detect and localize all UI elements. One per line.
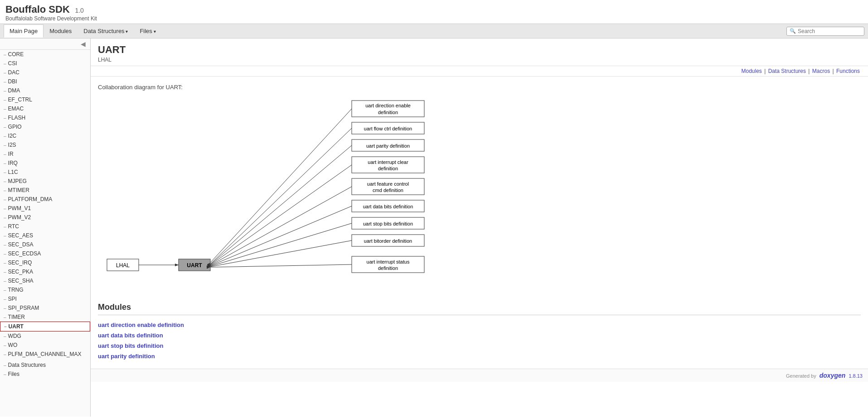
sidebar-arrow: – <box>4 334 6 339</box>
svg-text:cmd definition: cmd definition <box>373 187 403 193</box>
sidebar-item-gpio[interactable]: –GPIO <box>0 122 90 131</box>
uart-node-label: UART <box>187 262 202 269</box>
sidebar-arrow: – <box>4 260 6 265</box>
module-link-parity[interactable]: uart parity definition <box>98 353 155 360</box>
sidebar-item-dma[interactable]: –DMA <box>0 86 90 95</box>
sidebar-arrow: – <box>4 206 6 211</box>
sidebar-arrow: – <box>4 215 6 220</box>
sidebar-arrow: – <box>4 224 6 229</box>
sidebar-item-mjpeg[interactable]: –MJPEG <box>0 177 90 186</box>
sidebar-arrow: – <box>4 251 6 256</box>
svg-text:uart direction enable: uart direction enable <box>365 103 411 108</box>
sidebar-arrow: – <box>4 269 6 274</box>
sidebar-item-pwm-v1[interactable]: –PWM_V1 <box>0 204 90 213</box>
sidebar-item-dac[interactable]: –DAC <box>0 68 90 77</box>
quick-link-macros[interactable]: Macros <box>812 68 830 74</box>
nav-modules[interactable]: Modules <box>44 24 78 38</box>
page-title: UART <box>98 44 861 56</box>
quick-link-modules[interactable]: Modules <box>742 68 762 74</box>
sidebar-item-files[interactable]: –Files <box>0 370 90 379</box>
module-link-stop-bits[interactable]: uart stop bits definition <box>98 342 163 349</box>
sidebar-item-spi[interactable]: –SPI <box>0 294 90 303</box>
sidebar-item-dbi[interactable]: –DBI <box>0 77 90 86</box>
svg-line-14 <box>210 145 352 264</box>
sidebar-item-ir[interactable]: –IR <box>0 149 90 159</box>
sidebar-arrow: – <box>4 161 6 166</box>
sidebar-item-irq[interactable]: –IRQ <box>0 159 90 168</box>
content-header: UART LHAL <box>91 38 868 66</box>
svg-text:uart flow ctrl definition: uart flow ctrl definition <box>364 126 412 131</box>
sidebar-item-i2c[interactable]: –I2C <box>0 131 90 140</box>
sidebar-item-sec-irq[interactable]: –SEC_IRQ <box>0 258 90 267</box>
svg-line-8 <box>210 109 352 263</box>
sidebar-item-rtc[interactable]: –RTC <box>0 222 90 231</box>
sidebar-item-sec-ecdsa[interactable]: –SEC_ECDSA <box>0 249 90 258</box>
sidebar-item-flash[interactable]: –FLASH <box>0 113 90 122</box>
sidebar-item-trng[interactable]: –TRNG <box>0 285 90 294</box>
sidebar-item-pwm-v2[interactable]: –PWM_V2 <box>0 213 90 222</box>
sidebar-item-ef-ctrl[interactable]: –EF_CTRL <box>0 95 90 104</box>
sidebar-arrow: – <box>4 197 6 202</box>
module-item: uart data bits definition <box>98 330 861 341</box>
diagram-title: Collaboration diagram for UART: <box>98 84 861 91</box>
svg-line-28 <box>210 223 352 266</box>
sidebar-arrow: – <box>4 97 6 102</box>
sidebar-arrow: – <box>4 70 6 75</box>
site-version: 1.0 <box>75 7 83 14</box>
quick-link-functions[interactable]: Functions <box>836 68 860 74</box>
module-link-data-bits[interactable]: uart data bits definition <box>98 332 163 339</box>
sidebar-arrow: – <box>4 79 6 84</box>
sidebar-item-spi-psram[interactable]: –SPI_PSRAM <box>0 303 90 312</box>
sidebar-item-sec-pka[interactable]: –SEC_PKA <box>0 267 90 276</box>
sidebar-item-i2s[interactable]: –I2S <box>0 140 90 149</box>
svg-text:uart feature control: uart feature control <box>367 181 409 187</box>
footer-brand: doxygen <box>820 372 846 379</box>
search-box[interactable]: 🔍 <box>786 27 864 36</box>
sidebar-arrow: – <box>4 288 6 293</box>
sidebar-item-csi[interactable]: –CSI <box>0 59 90 68</box>
sidebar-arrow: – <box>4 143 6 148</box>
sidebar-item-data-structures[interactable]: –Data Structures <box>0 360 90 370</box>
navbar: Main Page Modules Data Structures Files … <box>0 24 868 38</box>
sidebar-arrow: – <box>4 279 6 283</box>
nav-main-page[interactable]: Main Page <box>4 24 44 38</box>
sidebar-arrow: – <box>4 324 7 329</box>
sidebar-item-l1c[interactable]: –L1C <box>0 168 90 177</box>
sidebar-arrow: – <box>4 188 6 193</box>
sidebar-item-timer[interactable]: –TIMER <box>0 312 90 322</box>
svg-text:definition: definition <box>378 166 398 171</box>
sidebar-item-mtimer[interactable]: –MTIMER <box>0 186 90 195</box>
sidebar-item-plfm-dma-channel-max[interactable]: –PLFM_DMA_CHANNEL_MAX <box>0 350 90 359</box>
sidebar-item-sec-sha[interactable]: –SEC_SHA <box>0 276 90 285</box>
svg-line-11 <box>210 128 352 264</box>
sidebar-item-uart[interactable]: –UART <box>0 322 90 332</box>
quick-link-data-structures[interactable]: Data Structures <box>768 68 806 74</box>
sidebar-item-core[interactable]: –CORE <box>0 50 90 59</box>
sidebar-arrow: – <box>4 61 6 66</box>
sidebar-arrow: – <box>4 372 6 377</box>
search-icon: 🔍 <box>790 28 796 34</box>
sidebar-item-sec-aes[interactable]: –SEC_AES <box>0 231 90 240</box>
sidebar-item-wo[interactable]: –WO <box>0 341 90 350</box>
sidebar-arrow: – <box>4 52 6 57</box>
sidebar-top-bar: ◀ <box>0 38 90 50</box>
sidebar-collapse-button[interactable]: ◀ <box>78 39 88 48</box>
page-header: Bouffalo SDK 1.0 Bouffalolab Software De… <box>0 0 868 24</box>
sidebar-arrow: – <box>4 88 6 93</box>
sidebar-item-sec-dsa[interactable]: –SEC_DSA <box>0 240 90 249</box>
sidebar-item-platform-dma[interactable]: –PLATFORM_DMA <box>0 195 90 204</box>
nav-files[interactable]: Files <box>134 24 161 38</box>
layout: ◀ –CORE –CSI –DAC –DBI –DMA –EF_CTRL –EM… <box>0 38 868 417</box>
search-input[interactable] <box>798 28 861 34</box>
sidebar-item-emac[interactable]: –EMAC <box>0 104 90 113</box>
nav-data-structures[interactable]: Data Structures <box>78 24 134 38</box>
sidebar-arrow: – <box>4 343 6 348</box>
sidebar-arrow: – <box>4 179 6 184</box>
sidebar-arrow: – <box>4 233 6 238</box>
sidebar-arrow: – <box>4 297 6 302</box>
breadcrumb: LHAL <box>98 57 861 63</box>
footer: Generated by doxygen 1.8.13 <box>91 369 868 382</box>
sidebar-arrow: – <box>4 152 6 157</box>
sidebar-item-wdg[interactable]: –WDG <box>0 332 90 341</box>
module-link-direction-enable[interactable]: uart direction enable definition <box>98 322 184 328</box>
